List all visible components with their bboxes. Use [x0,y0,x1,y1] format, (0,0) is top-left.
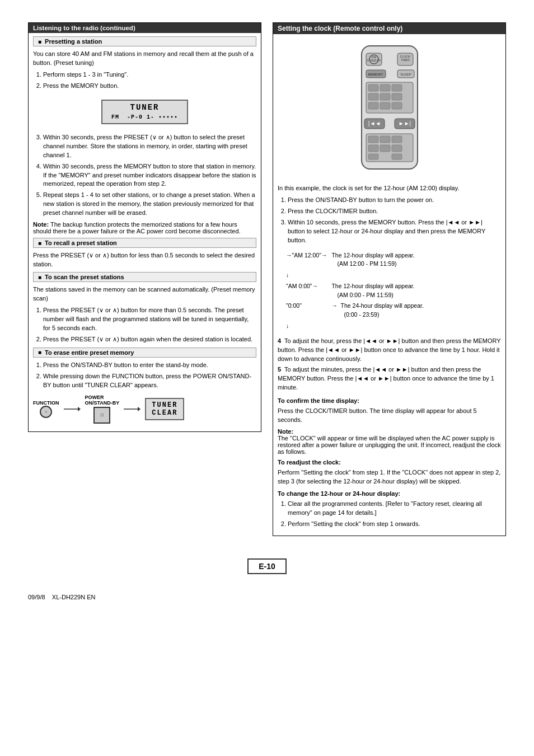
page-number-container: E-10 [28,547,506,585]
erase-step-1: Press the ON/STAND-BY button to enter th… [43,361,256,370]
right-step-3: Within 10 seconds, press the MEMORY butt… [288,218,501,245]
footer-date: 09/9/8 [28,594,45,600]
presetting-note-label: Note: [33,221,49,228]
arrow-svg [64,403,81,415]
svg-rect-23 [368,102,378,109]
svg-rect-38 [392,154,402,159]
presetting-note: Note: The backup function protects the m… [33,221,256,234]
svg-text:►►|: ►►| [398,120,410,126]
svg-marker-1 [78,407,81,411]
power-label: POWERON/STAND-BY [85,395,120,406]
tuner-clear-display: TUNERCLEAR [145,398,184,420]
clock-row-3: "0:00" → The 24-hour display will appear… [284,301,425,320]
svg-rect-25 [392,102,402,109]
svg-rect-18 [380,84,390,91]
readjust-text: Perform "Setting the clock" from step 1.… [278,468,501,486]
svg-marker-3 [138,407,140,411]
confirm-label: To confirm the time display: [278,397,501,406]
presetting-step-4: Within 30 seconds, press the MEMORY butt… [43,162,256,189]
svg-text:SLEEP: SLEEP [400,73,411,76]
tuner-display-container: TUNERFM -P-0 1- ▪▪▪▪▪ [33,95,256,129]
presetting-header: Presetting a station [33,36,256,46]
erase-header: To erase entire preset memory [33,348,256,358]
right-column: Setting the clock (Remote control only) … [273,22,506,542]
power-box: □ [93,407,110,424]
scan-step-2: Press the PRESET (∨ or ∧) button again w… [43,335,256,344]
right-step-5: To adjust the minutes, press the |◄◄ or … [278,366,494,391]
presetting-step-5: Repeat steps 1 - 4 to set other stations… [43,191,256,218]
erase-step-2: While pressing down the FUNCTION button,… [43,372,256,390]
clock-row-1: →"AM 12:00"→ The 12-hour display will ap… [284,251,425,270]
right-intro: In this example, the clock is set for th… [278,184,501,193]
clock-row-2: "AM 0:00"→ The 12-hour display will appe… [284,281,425,300]
arrow-area [64,403,81,415]
right-note-text: The "CLOCK" will appear or time will be … [278,435,501,455]
presetting-step-3: Within 30 seconds, press the PRESET (∨ o… [43,133,256,160]
right-main-title: Setting the clock (Remote control only) [273,23,505,34]
page-number-box: E-10 [247,558,287,574]
readjust-label: To readjust the clock: [278,458,501,467]
clock-desc-1: The 12-hour display will appear.(AM 12:0… [330,251,425,270]
tuner-clear-text: TUNERCLEAR [145,398,184,420]
svg-rect-22 [392,93,402,100]
svg-rect-21 [380,93,390,100]
clock-row-arrow1: ↓ [284,270,425,280]
clock-from-3: "0:00" [284,301,329,320]
right-note-label: Note: [278,428,293,435]
function-label: FUNCTION [33,400,59,406]
scan-intro: The stations saved in the memory can be … [33,285,256,303]
presetting-note-text: The backup function protects the memoriz… [33,221,241,234]
clock-desc-3: → The 24-hour display will appear.(0:00 … [330,301,425,320]
svg-rect-17 [368,84,378,91]
right-steps-list: Press the ON/STAND-BY button to turn the… [278,196,501,245]
right-step-2: Press the CLOCK/TIMER button. [288,207,501,216]
right-section-box: Setting the clock (Remote control only) … [273,22,506,536]
tuner-display-text: TUNERFM -P-0 1- ▪▪▪▪▪ [111,103,178,121]
presetting-intro: You can store 40 AM and FM stations in m… [33,50,256,68]
recall-header: To recall a preset station [33,238,256,248]
clock-row-arrow2: ↓ [284,321,425,331]
presetting-step-1: Perform steps 1 - 3 in "Tuning". [43,71,256,79]
svg-rect-33 [392,136,402,143]
svg-text:TIMER: TIMER [401,58,410,62]
power-button-area: POWERON/STAND-BY □ [85,395,120,424]
right-note: Note: The "CLOCK" will appear or time wi… [278,428,501,455]
svg-rect-32 [380,136,390,143]
svg-rect-37 [368,154,378,159]
svg-rect-31 [368,136,378,143]
right-step-4: To adjust the hour, press the |◄◄ or ►►|… [278,337,500,362]
tuner-clear-area: FUNCTION ○ POWERON/STAND-BY □ [33,395,256,424]
svg-text:|◄◄: |◄◄ [368,120,380,126]
recall-text: Press the PRESET (∨ or ∧) button for les… [33,251,256,269]
arrow-svg-2 [124,403,140,415]
erase-steps-list: Press the ON/STAND-BY button to enter th… [33,361,256,390]
change-step-1: Clear all the programmed contents. [Refe… [288,500,501,518]
svg-rect-24 [380,102,390,109]
svg-text:MEMORY: MEMORY [368,73,383,76]
svg-rect-36 [392,145,402,152]
change-step-2: Perform "Setting the clock" from step 1 … [288,520,501,529]
tuner-display: TUNERFM -P-0 1- ▪▪▪▪▪ [101,100,188,124]
svg-rect-19 [392,84,402,91]
function-circle: ○ [40,406,52,418]
svg-rect-20 [368,93,378,100]
change-steps-list: Clear all the programmed contents. [Refe… [278,500,501,529]
svg-rect-35 [380,145,390,152]
confirm-text: Press the CLOCK/TIMER button. The time d… [278,407,501,425]
presetting-steps-list: Perform steps 1 - 3 in "Tuning". Press t… [33,71,256,91]
remote-image-area: ON/ STAND-BY CLOCK/ TIMER SLEEP MEMO [278,43,501,179]
scan-step-1: Press the PRESET (∨ or ∧) button for mor… [43,306,256,333]
arrow-area-2 [124,403,140,415]
clock-from-1: →"AM 12:00"→ [284,251,329,270]
scan-steps-list: Press the PRESET (∨ or ∧) button for mor… [33,306,256,344]
footer-area: 09/9/8 XL-DH229N EN [28,594,506,600]
footer-model: XL-DH229N EN [52,594,96,600]
presetting-steps-list-2: Within 30 seconds, press the PRESET (∨ o… [33,133,256,218]
clock-desc-2: The 12-hour display will appear.(AM 0:00… [330,281,425,300]
function-button-area: FUNCTION ○ [33,400,59,418]
presetting-step-2: Press the MEMORY button. [43,82,256,91]
left-section-box: Listening to the radio (continued) Prese… [28,22,261,432]
svg-rect-34 [368,145,378,152]
remote-svg: ON/ STAND-BY CLOCK/ TIMER SLEEP MEMO [345,43,434,177]
change-label: To change the 12-hour or 24-hour display… [278,490,501,499]
